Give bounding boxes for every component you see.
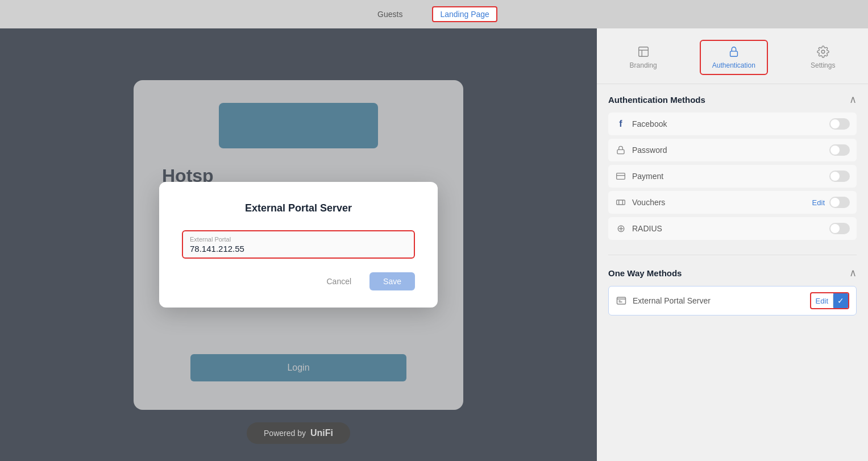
svg-point-4 — [821, 50, 825, 53]
method-row-payment: Payment — [608, 165, 857, 188]
nav-branding[interactable]: Branding — [618, 41, 668, 74]
method-left-radius: ⊕ RADIUS — [615, 223, 662, 234]
auth-methods-section: Authentication Methods ∧ f Facebook — [597, 84, 868, 252]
settings-label: Settings — [811, 61, 835, 69]
method-row-external-portal: External Portal Server Edit ✓ — [608, 286, 857, 315]
modal-title: External Portal Server — [182, 202, 415, 214]
method-row-password: Password — [608, 139, 857, 161]
top-tab-bar: Guests Landing Page — [0, 0, 868, 28]
method-row-radius: ⊕ RADIUS — [608, 217, 857, 240]
settings-icon — [817, 45, 829, 58]
vouchers-icon — [615, 197, 626, 208]
vouchers-toggle[interactable] — [829, 197, 850, 208]
save-button[interactable]: Save — [369, 272, 415, 290]
nav-authentication[interactable]: Authentication — [700, 40, 768, 75]
password-label: Password — [632, 146, 667, 155]
vouchers-edit-button[interactable]: Edit — [812, 198, 825, 207]
nav-settings[interactable]: Settings — [799, 41, 846, 74]
facebook-label: Facebook — [632, 119, 667, 128]
radius-label: RADIUS — [632, 224, 662, 233]
vouchers-label: Vouchers — [632, 198, 665, 207]
auth-section-header: Authentication Methods ∧ — [608, 93, 857, 106]
external-portal-modal: External Portal Server External Portal C… — [159, 182, 438, 308]
tab-landing-page[interactable]: Landing Page — [432, 6, 497, 22]
branding-icon — [637, 45, 650, 58]
method-left-external-portal: External Portal Server — [616, 295, 711, 306]
panel-nav: Branding Authentication Settings — [597, 28, 868, 84]
right-panel: Branding Authentication Settings Authe — [597, 28, 868, 461]
password-icon — [615, 144, 626, 156]
main-layout: Hotsp Welcome to Uni Enter A Login Power… — [0, 28, 868, 461]
cancel-button[interactable]: Cancel — [317, 272, 360, 290]
vouchers-right: Edit — [812, 197, 850, 208]
external-portal-label: External Portal Server — [633, 296, 711, 305]
payment-toggle[interactable] — [829, 171, 850, 182]
auth-section-title: Authentication Methods — [608, 95, 705, 105]
tab-guests[interactable]: Guests — [371, 7, 409, 21]
method-left-facebook: f Facebook — [615, 118, 667, 130]
facebook-icon: f — [615, 118, 626, 130]
svg-rect-0 — [638, 47, 648, 57]
external-portal-icon — [616, 295, 627, 306]
authentication-icon — [728, 45, 740, 58]
payment-icon — [615, 171, 626, 182]
authentication-label: Authentication — [712, 61, 755, 69]
modal-overlay: External Portal Server External Portal C… — [0, 28, 597, 461]
external-portal-check[interactable]: ✓ — [833, 293, 848, 308]
one-way-section-header: One Way Methods ∧ — [608, 267, 857, 279]
section-divider — [608, 255, 857, 255]
preview-area: Hotsp Welcome to Uni Enter A Login Power… — [0, 28, 597, 461]
branding-label: Branding — [630, 61, 657, 69]
modal-actions: Cancel Save — [182, 272, 415, 290]
method-left-payment: Payment — [615, 171, 663, 182]
facebook-toggle[interactable] — [829, 118, 850, 130]
auth-collapse-icon[interactable]: ∧ — [849, 93, 857, 106]
svg-rect-8 — [617, 200, 625, 205]
svg-rect-3 — [730, 51, 737, 56]
external-portal-input[interactable] — [190, 244, 407, 254]
one-way-section-title: One Way Methods — [608, 268, 682, 278]
method-left-password: Password — [615, 144, 667, 156]
method-row-facebook: f Facebook — [608, 113, 857, 135]
method-row-vouchers: Vouchers Edit — [608, 191, 857, 214]
password-toggle[interactable] — [829, 144, 850, 156]
external-portal-edit-group: Edit ✓ — [810, 292, 849, 309]
method-left-vouchers: Vouchers — [615, 197, 665, 208]
svg-rect-5 — [617, 149, 624, 153]
external-portal-field[interactable]: External Portal — [182, 230, 415, 259]
radius-icon: ⊕ — [615, 223, 626, 234]
external-portal-edit-button[interactable]: Edit — [811, 295, 833, 307]
one-way-collapse-icon[interactable]: ∧ — [849, 267, 857, 279]
field-label: External Portal — [190, 236, 407, 243]
payment-label: Payment — [632, 172, 663, 181]
svg-rect-6 — [617, 173, 625, 180]
one-way-section: One Way Methods ∧ External Portal Server — [597, 258, 868, 328]
radius-toggle[interactable] — [829, 223, 850, 234]
svg-rect-11 — [617, 297, 626, 304]
